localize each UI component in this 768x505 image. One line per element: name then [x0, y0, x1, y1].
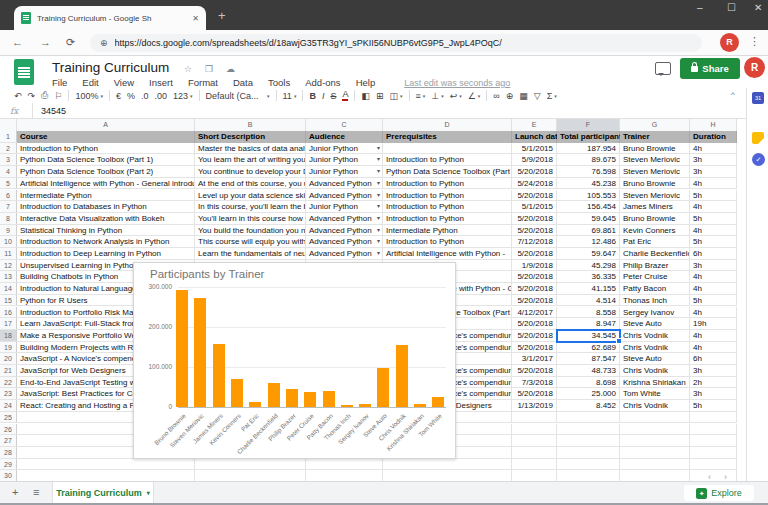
cell-F15[interactable]: 4.514 — [557, 295, 620, 307]
forward-icon[interactable]: → — [40, 36, 51, 48]
cell-H10[interactable]: 5h — [690, 236, 737, 248]
row-header-30[interactable]: 30 — [0, 470, 17, 481]
cell-E13[interactable]: 5/20/2018 — [512, 271, 557, 283]
cell-E25[interactable] — [512, 412, 557, 424]
cell-E10[interactable]: 7/12/2018 — [512, 236, 557, 248]
col-header-E[interactable]: E — [512, 119, 557, 131]
cell-B2[interactable]: Master the basics of data analysis i — [195, 143, 306, 155]
cell-D8[interactable]: Introduction to Python — [383, 213, 512, 225]
cell-F22[interactable]: 8.698 — [557, 377, 620, 389]
cell-G29[interactable] — [620, 459, 690, 471]
cell-D4[interactable]: Python Data Science Toolbox (Part 1) — [383, 166, 512, 178]
cell-H12[interactable]: 3h — [690, 260, 737, 272]
cell-E8[interactable]: 5/20/2018 — [512, 213, 557, 225]
cell-D5[interactable]: Introduction to Python — [383, 178, 512, 190]
cell-F6[interactable]: 105.553 — [557, 190, 620, 202]
cell-B6[interactable]: Level up your data science skills by — [195, 190, 306, 202]
browser-tab[interactable]: Training Curriculum - Google Sh ✕ — [14, 6, 206, 30]
row-header-23[interactable]: 23 — [0, 388, 17, 399]
cell-G27[interactable] — [620, 435, 690, 447]
vertical-align-icon[interactable]: ⊥▾ — [431, 91, 443, 101]
row-header-21[interactable]: 21 — [0, 365, 17, 376]
row-header-8[interactable]: 8 — [0, 213, 17, 224]
cell-E6[interactable]: 5/20/2018 — [512, 190, 557, 202]
back-icon[interactable]: ← — [12, 36, 23, 48]
cell-C9[interactable]: Advanced Python▾ — [306, 225, 383, 237]
menu-edit[interactable]: Edit — [82, 77, 98, 88]
cell-C6[interactable]: Advanced Python▾ — [306, 190, 383, 202]
cell-E24[interactable]: 1/13/2019 — [512, 400, 557, 412]
cell-F30[interactable] — [557, 470, 620, 481]
cell-H20[interactable]: 6h — [690, 353, 737, 365]
row-header-16[interactable]: 16 — [0, 307, 17, 318]
cell-E4[interactable]: 5/20/2018 — [512, 166, 557, 178]
row-header-18[interactable]: 18 — [0, 330, 17, 341]
address-bar[interactable]: ⊕ https://docs.google.com/spreadsheets/d… — [90, 34, 702, 52]
cell-A10[interactable]: Introduction to Network Analysis in Pyth… — [17, 236, 195, 248]
cell-G18[interactable]: Chris Vodnik — [620, 330, 690, 342]
row-header-28[interactable]: 28 — [0, 447, 17, 458]
text-rotation-icon[interactable]: ∠▾ — [468, 91, 481, 101]
row-header-5[interactable]: 5 — [0, 178, 17, 189]
menu-help[interactable]: Help — [356, 77, 376, 88]
browser-profile-avatar[interactable]: R — [720, 33, 739, 52]
font-size-select[interactable]: 11▾ — [283, 91, 297, 101]
cell-F19[interactable]: 62.689 — [557, 342, 620, 354]
font-select[interactable]: Default (Ca...▾ — [206, 91, 270, 101]
row-header-4[interactable]: 4 — [0, 166, 17, 177]
borders-icon[interactable]: ⊞ — [376, 91, 384, 101]
cell-E14[interactable]: 5/20/2018 — [512, 283, 557, 295]
cell-A2[interactable]: Introduction to Python — [17, 143, 195, 155]
cell-F13[interactable]: 36.335 — [557, 271, 620, 283]
cell-E27[interactable] — [512, 435, 557, 447]
share-button[interactable]: Share — [680, 58, 740, 79]
cell-H22[interactable]: 2h — [690, 377, 737, 389]
dropdown-arrow-icon[interactable]: ▾ — [377, 143, 380, 154]
col-header-D[interactable]: D — [383, 119, 512, 131]
cell-B9[interactable]: You build the foundation you need — [195, 225, 306, 237]
menu-tools[interactable]: Tools — [268, 77, 290, 88]
cell-G10[interactable]: Pat Eric — [620, 236, 690, 248]
cell-G5[interactable]: Bruno Brownie — [620, 178, 690, 190]
explore-button[interactable]: ✦ Explore — [684, 485, 754, 501]
cell-F21[interactable]: 48.733 — [557, 365, 620, 377]
sheets-logo-icon[interactable] — [14, 59, 34, 85]
add-sheet-icon[interactable]: + — [12, 486, 18, 498]
cell-H25[interactable] — [690, 412, 737, 424]
cell-A29[interactable] — [17, 459, 195, 471]
cell-F16[interactable]: 8.558 — [557, 307, 620, 319]
cell-E12[interactable]: 1/9/2018 — [512, 260, 557, 272]
strikethrough-icon[interactable]: S — [330, 91, 336, 101]
cell-H16[interactable]: 4h — [690, 307, 737, 319]
row-header-10[interactable]: 10 — [0, 236, 17, 247]
insert-chart-icon[interactable]: ▦ — [519, 91, 528, 101]
cell-E7[interactable]: 5/1/2015 — [512, 201, 557, 213]
cell-D6[interactable]: Introduction to Python — [383, 190, 512, 202]
cell-B3[interactable]: You learn the art of writing your ov — [195, 154, 306, 166]
cell-H1[interactable]: Duration — [690, 131, 737, 143]
cell-H18[interactable]: 4h — [690, 330, 737, 342]
cell-C4[interactable]: Junior Python▾ — [306, 166, 383, 178]
sheet-tab-menu-icon[interactable]: ▾ — [147, 489, 150, 496]
cell-G25[interactable] — [620, 412, 690, 424]
cell-E15[interactable]: 5/20/2018 — [512, 295, 557, 307]
cell-F14[interactable]: 41.155 — [557, 283, 620, 295]
cell-B7[interactable]: In this course, you'll learn the basic — [195, 201, 306, 213]
cell-A8[interactable]: Interactive Data Visualization with Boke… — [17, 213, 195, 225]
cell-B10[interactable]: This course will equip you with the — [195, 236, 306, 248]
cell-F12[interactable]: 45.298 — [557, 260, 620, 272]
cell-H27[interactable] — [690, 435, 737, 447]
row-header-2[interactable]: 2 — [0, 143, 17, 154]
cell-G30[interactable] — [620, 470, 690, 481]
dropdown-arrow-icon[interactable]: ▾ — [377, 201, 380, 212]
cell-E3[interactable]: 5/9/2018 — [512, 154, 557, 166]
sheet-tab-active[interactable]: Training Curriculum ▾ — [52, 482, 154, 503]
dropdown-arrow-icon[interactable]: ▾ — [377, 166, 380, 177]
cell-D2[interactable] — [383, 143, 512, 155]
row-header-13[interactable]: 13 — [0, 271, 17, 282]
cell-E21[interactable]: 5/20/2018 — [512, 365, 557, 377]
cell-A4[interactable]: Python Data Science Toolbox (Part 2) — [17, 166, 195, 178]
row-header-19[interactable]: 19 — [0, 342, 17, 353]
cell-A6[interactable]: Intermediate Python — [17, 190, 195, 202]
cell-H13[interactable]: 4h — [690, 271, 737, 283]
